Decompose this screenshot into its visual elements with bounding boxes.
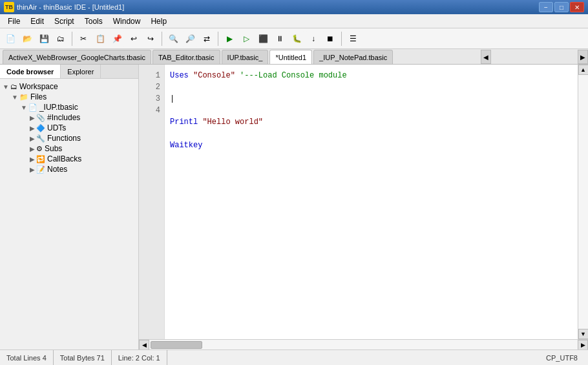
tab-scroll-left[interactable]: ◀ — [481, 50, 491, 64]
menu-script[interactable]: Script — [49, 16, 79, 27]
h-scrollbar[interactable]: ◀ ▶ — [139, 339, 588, 349]
status-position: Line: 2 Col: 1 — [112, 350, 167, 365]
tree-subs[interactable]: ▶ ⚙ Subs — [0, 143, 138, 154]
code-line-2 — [170, 93, 572, 105]
tree-notes[interactable]: ▶ 📝 Notes — [0, 164, 138, 174]
menu-help[interactable]: Help — [145, 16, 172, 27]
menu-bar: File Edit Script Tools Window Help — [0, 14, 588, 28]
code-line-4: Waitkey — [170, 140, 572, 151]
tree-workspace[interactable]: ▼ 🗂 Workspace — [0, 81, 138, 92]
cut-button[interactable]: ✂ — [76, 31, 91, 47]
includes-expander: ▶ — [30, 114, 35, 121]
sep1 — [72, 32, 72, 46]
scrollbar-right[interactable]: ▲ ▼ — [578, 65, 588, 339]
find-replace-button[interactable]: ⇄ — [199, 31, 215, 47]
iup-file-label: _IUP.tbasic — [39, 103, 78, 112]
sep2 — [162, 32, 162, 46]
notes-label: Notes — [47, 165, 67, 174]
scroll-down-button[interactable]: ▼ — [578, 329, 589, 339]
files-expander: ▼ — [12, 94, 18, 101]
redo-button[interactable]: ↪ — [143, 31, 158, 47]
panel-tab-explorer[interactable]: Explorer — [61, 65, 101, 78]
tab-scroll-right[interactable]: ▶ — [578, 50, 588, 64]
str-hello: "Hello world" — [202, 118, 263, 127]
tree-files[interactable]: ▼ 📁 Files — [0, 92, 138, 102]
menu-tools[interactable]: Tools — [79, 16, 108, 27]
title-bar: TB thinAir - thinBasic IDE - [Untitled1]… — [0, 0, 588, 14]
code-editor[interactable]: 1 2 3 4 Uses "Console" '---Load Console … — [139, 65, 588, 349]
code-content[interactable]: Uses "Console" '---Load Console module P… — [165, 65, 578, 339]
tree-iup-file[interactable]: ▼ 📄 _IUP.tbasic — [0, 102, 138, 112]
status-total-lines: Total Lines 4 — [0, 350, 54, 365]
kw-uses: Uses — [170, 71, 189, 80]
tree-functions[interactable]: ▶ 🔧 Functions — [0, 133, 138, 143]
save-button[interactable]: 💾 — [36, 31, 52, 47]
window-controls: − □ ✕ — [539, 2, 584, 12]
panel-tab-code-browser[interactable]: Code browser — [0, 65, 61, 78]
tree-callbacks[interactable]: ▶ 🔁 CallBacks — [0, 154, 138, 164]
save-all-button[interactable]: 🗂 — [53, 31, 68, 47]
tab-activex[interactable]: ActiveX_WebBrowser_GoogleCharts.tbasic — [3, 50, 151, 64]
run-button[interactable]: ▶ — [222, 31, 237, 47]
line-num-4: 4 — [139, 105, 164, 116]
copy-button[interactable]: 📋 — [92, 31, 108, 47]
h-scroll-track[interactable] — [149, 340, 578, 350]
scroll-up-button[interactable]: ▲ — [578, 65, 589, 75]
space — [189, 71, 193, 80]
h-scroll-thumb[interactable] — [151, 341, 202, 349]
new-button[interactable]: 📄 — [3, 31, 18, 47]
pause-button[interactable]: ⏸ — [272, 31, 288, 47]
find-button[interactable]: 🔍 — [165, 31, 181, 47]
tab-untitled1[interactable]: *Untitled1 — [269, 50, 312, 64]
close-button[interactable]: ✕ — [570, 2, 584, 12]
tab-iup-notepad[interactable]: _IUP_NotePad.tbasic — [313, 50, 393, 64]
line-num-3: 3 — [139, 93, 164, 105]
debug-stop-button[interactable]: ⏹ — [322, 31, 338, 47]
encoding-label: CP_UTF8 — [546, 354, 578, 362]
run-step-button[interactable]: ▷ — [238, 31, 254, 47]
restore-button[interactable]: □ — [554, 2, 569, 12]
undo-button[interactable]: ↩ — [126, 31, 142, 47]
code-line-1: Uses "Console" '---Load Console module — [170, 70, 572, 81]
includes-icon: 📎 — [36, 114, 45, 122]
debug-step-button[interactable]: ↓ — [306, 31, 321, 47]
callbacks-label: CallBacks — [47, 154, 81, 163]
workspace-icon: 🗂 — [10, 83, 17, 90]
functions-icon: 🔧 — [36, 134, 45, 143]
menu-edit[interactable]: Edit — [25, 16, 49, 27]
debug-button[interactable]: 🐛 — [289, 31, 304, 47]
left-panel: Code browser Explorer ▼ 🗂 Workspace ▼ 📁 … — [0, 65, 139, 349]
total-lines-label: Total Lines 4 — [6, 354, 47, 362]
tree-includes[interactable]: ▶ 📎 #Includes — [0, 112, 138, 123]
open-button[interactable]: 📂 — [19, 31, 35, 47]
scroll-right-button[interactable]: ▶ — [578, 340, 588, 350]
tree-udts[interactable]: ▶ 🔷 UDTs — [0, 123, 138, 133]
line-numbers: 1 2 3 4 — [139, 65, 165, 339]
position-label: Line: 2 Col: 1 — [118, 354, 160, 362]
subs-icon: ⚙ — [36, 145, 43, 153]
udts-label: UDTs — [47, 123, 66, 132]
scroll-left-button[interactable]: ◀ — [139, 340, 149, 350]
total-bytes-label: Total Bytes 71 — [60, 354, 105, 362]
stop-button[interactable]: ⬛ — [255, 31, 271, 47]
iup-file-icon: 📄 — [28, 103, 37, 112]
workspace-expander: ▼ — [3, 83, 9, 90]
tab-tabeditor[interactable]: TAB_Editor.tbasic — [152, 50, 220, 64]
code-scroll-area: 1 2 3 4 Uses "Console" '---Load Console … — [139, 65, 588, 339]
notes-expander: ▶ — [30, 166, 35, 173]
functions-label: Functions — [47, 134, 81, 143]
status-encoding: CP_UTF8 — [540, 350, 588, 365]
window-title: thinAir - thinBasic IDE - [Untitled1] — [17, 3, 539, 11]
minimize-button[interactable]: − — [539, 2, 553, 12]
callbacks-icon: 🔁 — [36, 155, 45, 163]
find-next-button[interactable]: 🔎 — [182, 31, 198, 47]
includes-label: #Includes — [47, 113, 80, 122]
menu-window[interactable]: Window — [108, 16, 146, 27]
subs-expander: ▶ — [30, 145, 35, 152]
tab-iup[interactable]: IUP.tbasic_ — [222, 50, 269, 64]
scroll-track[interactable] — [578, 75, 589, 329]
toggle-button[interactable]: ☰ — [345, 31, 361, 47]
code-line-3: Printl "Hello world" — [170, 116, 572, 128]
paste-button[interactable]: 📌 — [109, 31, 125, 47]
menu-file[interactable]: File — [3, 16, 25, 27]
